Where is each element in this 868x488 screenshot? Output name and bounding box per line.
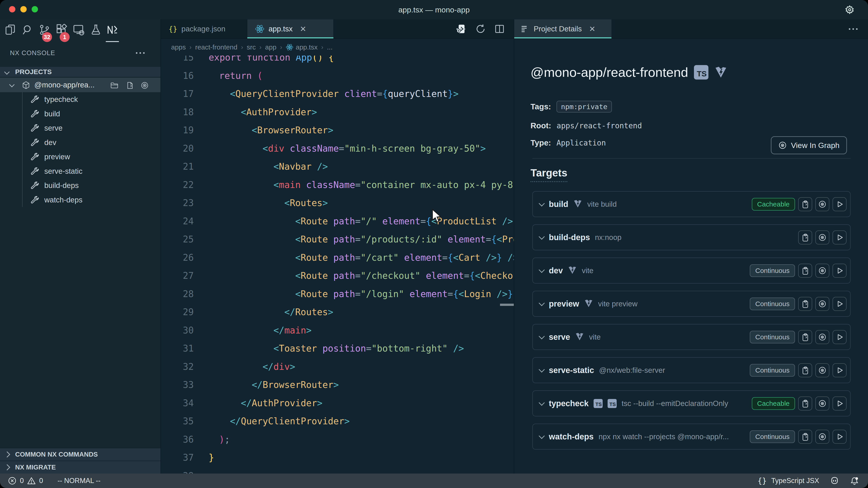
chevron-down-icon[interactable] (539, 433, 545, 439)
view-target-button[interactable] (815, 230, 829, 245)
copy-task-button[interactable] (798, 330, 812, 344)
ts-icon: TS (594, 399, 602, 408)
nx-console-icon[interactable] (107, 24, 119, 36)
wrench-icon (30, 152, 39, 161)
code-line-text: <Routes> (209, 194, 328, 212)
tree-target-typecheck[interactable]: typecheck (0, 92, 160, 107)
editor-more-actions-icon[interactable] (456, 23, 465, 35)
tree-target-preview[interactable]: preview (0, 150, 160, 164)
chevron-down-icon[interactable] (539, 333, 545, 339)
chevron-down-icon[interactable] (539, 400, 545, 406)
run-target-button[interactable] (833, 396, 846, 411)
run-target-button[interactable] (833, 363, 846, 377)
settings-gear-icon[interactable] (844, 4, 855, 15)
chevron-down-icon[interactable] (539, 200, 545, 206)
testing-beaker-icon[interactable] (90, 24, 102, 36)
run-target-button[interactable] (833, 330, 846, 344)
tree-target-serve[interactable]: serve (0, 121, 160, 135)
target-card-build-deps[interactable]: build-depsnx:noop (532, 224, 850, 250)
chevron-down-icon[interactable] (539, 300, 545, 306)
view-graph-target-icon[interactable] (141, 81, 149, 90)
remote-explorer-icon[interactable] (73, 24, 85, 36)
view-in-graph-button[interactable]: View In Graph (771, 136, 847, 154)
tab-project-details[interactable]: Project Details ✕ (514, 20, 612, 38)
breadcrumb-separator: › (241, 43, 243, 51)
target-card-actions: Continuous (750, 424, 846, 449)
chevron-down-icon[interactable] (539, 366, 545, 372)
open-folder-icon[interactable] (110, 81, 119, 90)
run-target-button[interactable] (833, 264, 846, 278)
tree-target-serve-static[interactable]: serve-static (0, 164, 160, 178)
tab-package-json[interactable]: {} package.json (161, 20, 247, 38)
target-card-typecheck[interactable]: typecheckTSTStsc --build --emitDeclarati… (532, 390, 850, 416)
run-target-button[interactable] (833, 430, 846, 444)
view-target-button[interactable] (815, 363, 829, 377)
code-line-text: export function App() { (209, 56, 334, 66)
problems-status[interactable]: 0 0 (8, 476, 43, 485)
view-target-button[interactable] (815, 297, 829, 311)
breadcrumb-item[interactable]: apps (171, 43, 186, 51)
view-target-button[interactable] (815, 430, 829, 444)
copy-task-button[interactable] (798, 396, 812, 411)
target-card-build[interactable]: buildvite buildCacheable (532, 191, 850, 217)
breadcrumb-item[interactable]: app (265, 43, 276, 51)
run-target-button[interactable] (833, 197, 846, 211)
target-card-serve-static[interactable]: serve-static@nx/web:file-serverContinuou… (532, 357, 850, 383)
copilot-icon[interactable] (830, 476, 839, 485)
tree-target-watch-deps[interactable]: watch-deps (0, 193, 160, 207)
explorer-icon[interactable] (4, 24, 16, 36)
target-card-watch-deps[interactable]: watch-depsnpx nx watch --projects @mono-… (532, 424, 850, 450)
breadcrumb-item[interactable]: app.tsx (286, 43, 318, 51)
copy-task-button[interactable] (798, 297, 812, 311)
section-nx-migrate[interactable]: NX MIGRATE (0, 461, 160, 474)
tree-target-build-deps[interactable]: build-deps (0, 178, 160, 193)
split-editor-icon[interactable] (494, 24, 505, 34)
close-tab-icon[interactable]: ✕ (300, 24, 306, 33)
title-bar: app.tsx — mono-app (0, 0, 868, 20)
line-number: 30 (161, 321, 194, 339)
language-mode[interactable]: {} TypeScript JSX (757, 476, 819, 485)
code-line-35: 35</QueryClientProvider> (161, 412, 514, 430)
project-tree-item[interactable]: @mono-app/rea... (0, 78, 160, 92)
refresh-icon[interactable] (475, 24, 486, 34)
projects-section-header[interactable]: PROJECTS (0, 67, 160, 77)
breadcrumb-item[interactable]: src (247, 43, 256, 51)
view-target-button[interactable] (815, 197, 829, 211)
run-target-button[interactable] (833, 230, 846, 245)
breadcrumb-item[interactable]: react-frontend (195, 43, 237, 51)
tab-label: app.tsx (269, 25, 292, 33)
tab-app-tsx[interactable]: app.tsx ✕ (247, 20, 334, 38)
copy-task-button[interactable] (798, 430, 812, 444)
notifications-bell-icon[interactable] (850, 476, 859, 485)
chevron-down-icon[interactable] (539, 267, 545, 273)
target-card-dev[interactable]: devviteContinuous (532, 258, 850, 284)
targets-heading: Targets (530, 167, 567, 182)
panel-more-actions-icon[interactable] (849, 23, 858, 35)
code-editor[interactable]: 15export function App() {16return (17<Qu… (161, 56, 514, 474)
copy-task-button[interactable] (798, 363, 812, 377)
line-number: 34 (161, 394, 194, 412)
open-config-file-icon[interactable] (126, 81, 134, 90)
copy-task-button[interactable] (798, 230, 812, 245)
view-target-button[interactable] (815, 264, 829, 278)
status-bar-right: {} TypeScript JSX (757, 476, 859, 485)
ts-icon: TS (608, 399, 617, 408)
section-common-nx-commands[interactable]: COMMON NX COMMANDS (0, 448, 160, 461)
target-card-actions: Continuous (750, 324, 846, 350)
breadcrumb-item[interactable]: ... (327, 43, 333, 51)
tree-target-build[interactable]: build (0, 107, 160, 121)
sidebar-more-actions-icon[interactable] (136, 46, 145, 59)
target-card-serve[interactable]: serveviteContinuous (532, 324, 850, 350)
view-target-button[interactable] (815, 330, 829, 344)
run-target-button[interactable] (833, 297, 846, 311)
target-card-preview[interactable]: previewvite previewContinuous (532, 291, 850, 317)
close-panel-icon[interactable]: ✕ (589, 24, 596, 33)
vim-mode-indicator[interactable]: -- NORMAL -- (58, 477, 101, 485)
chevron-down-icon[interactable] (539, 234, 545, 240)
search-icon[interactable] (22, 24, 33, 36)
copy-task-button[interactable] (798, 264, 812, 278)
vite-icon (714, 66, 727, 79)
tree-target-dev[interactable]: dev (0, 135, 160, 150)
copy-task-button[interactable] (798, 197, 812, 211)
view-target-button[interactable] (815, 396, 829, 411)
